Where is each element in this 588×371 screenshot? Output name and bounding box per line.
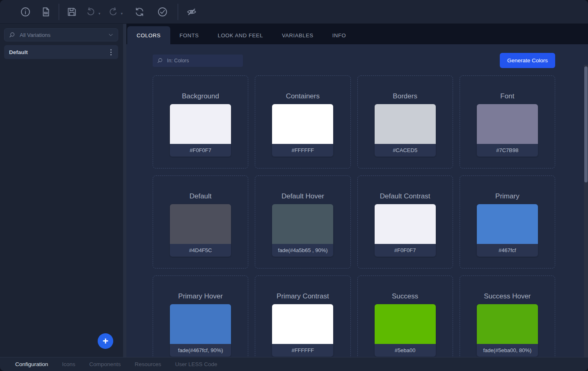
swatch-color-area bbox=[375, 304, 436, 344]
less-file-icon[interactable]: LESS bbox=[39, 5, 53, 19]
color-card-success-hover: Success Hoverfade(#5eba00, 80%) bbox=[460, 275, 555, 357]
color-card-default-contrast: Default Contrast#F0F0F7 bbox=[357, 175, 453, 269]
bottom-nav-bar: ConfigurationIconsComponentsResourcesUse… bbox=[0, 357, 588, 371]
generate-colors-button[interactable]: Generate Colors bbox=[500, 53, 555, 68]
swatch-color-area bbox=[477, 204, 538, 244]
swatch-value-label: #5eba00 bbox=[375, 344, 436, 357]
bottom-tab-configuration[interactable]: Configuration bbox=[15, 361, 48, 367]
swatch-color-area bbox=[477, 104, 538, 144]
variations-sidebar: All Variations Default + bbox=[0, 24, 123, 357]
save-icon[interactable] bbox=[65, 5, 79, 19]
swatch-value-label: #F0F0F7 bbox=[170, 144, 231, 157]
sidebar-scrollbar-gutter bbox=[123, 24, 126, 357]
color-swatch-primary[interactable]: #467fcf bbox=[477, 204, 538, 257]
bottom-tab-user-less-code[interactable]: User LESS Code bbox=[175, 361, 217, 367]
redo-dropdown-icon[interactable]: ▾ bbox=[121, 11, 123, 16]
swatch-color-area bbox=[272, 204, 333, 244]
color-swatch-success-hover[interactable]: fade(#5eba00, 80%) bbox=[477, 304, 538, 357]
variation-label: Default bbox=[9, 49, 28, 55]
color-swatch-default-hover[interactable]: fade(#4a5b65 , 90%) bbox=[272, 204, 333, 257]
color-card-font: Font#7C7B98 bbox=[460, 75, 555, 168]
bottom-tab-icons[interactable]: Icons bbox=[62, 361, 75, 367]
main-area: COLORSFONTSLOOK AND FEELVARIABLESINFO In… bbox=[126, 24, 588, 357]
color-card-default-hover: Default Hoverfade(#4a5b65 , 90%) bbox=[255, 175, 350, 269]
colors-search-placeholder: In: Colors bbox=[167, 58, 189, 64]
color-card-title: Default bbox=[153, 192, 248, 200]
variation-item-default[interactable]: Default bbox=[4, 45, 118, 59]
swatch-color-area bbox=[375, 204, 436, 244]
bottom-tab-resources[interactable]: Resources bbox=[135, 361, 161, 367]
swatch-color-area bbox=[375, 104, 436, 144]
color-swatch-containers[interactable]: #FFFFFF bbox=[272, 104, 333, 157]
tab-bar: COLORSFONTSLOOK AND FEELVARIABLESINFO bbox=[126, 24, 588, 44]
variations-filter-label: All Variations bbox=[20, 32, 108, 38]
swatch-color-area bbox=[170, 304, 231, 344]
color-card-title: Success Hover bbox=[460, 292, 555, 300]
color-swatch-default[interactable]: #4D4F5C bbox=[170, 204, 231, 257]
sync-icon[interactable] bbox=[133, 5, 146, 19]
color-card-title: Borders bbox=[358, 92, 453, 100]
search-icon bbox=[157, 57, 163, 64]
swatch-value-label: #FFFFFF bbox=[272, 344, 333, 357]
color-swatch-success[interactable]: #5eba00 bbox=[375, 304, 436, 357]
color-card-title: Success bbox=[358, 292, 453, 300]
color-card-title: Primary Contrast bbox=[255, 292, 350, 300]
colors-search-input[interactable]: In: Colors bbox=[153, 55, 243, 67]
swatch-value-label: #467fcf bbox=[477, 244, 538, 257]
undo-dropdown-icon[interactable]: ▾ bbox=[98, 11, 101, 16]
theme-editor-window: LESS ▾ ▾ bbox=[0, 0, 588, 371]
color-swatch-default-contrast[interactable]: #F0F0F7 bbox=[375, 204, 436, 257]
swatch-color-area bbox=[170, 104, 231, 144]
swatch-value-label: #F0F0F7 bbox=[375, 244, 436, 257]
swatch-color-area bbox=[272, 104, 333, 144]
color-card-borders: Borders#CACED5 bbox=[357, 75, 453, 168]
undo-icon[interactable] bbox=[84, 5, 98, 19]
colors-grid: Background#F0F0F7Containers#FFFFFFBorder… bbox=[153, 75, 555, 357]
toolbar-divider bbox=[178, 4, 178, 20]
toolbar-divider bbox=[59, 4, 59, 20]
kebab-menu-icon[interactable] bbox=[109, 48, 113, 57]
color-card-primary: Primary#467fcf bbox=[460, 175, 555, 269]
color-card-title: Containers bbox=[255, 92, 350, 100]
swatch-color-area bbox=[170, 204, 231, 244]
swatch-color-area bbox=[477, 304, 538, 344]
color-card-containers: Containers#FFFFFF bbox=[255, 75, 350, 168]
tab-info[interactable]: INFO bbox=[323, 26, 355, 44]
svg-text:LESS: LESS bbox=[44, 12, 48, 14]
variations-filter-dropdown[interactable]: All Variations bbox=[4, 28, 118, 41]
color-swatch-primary-contrast[interactable]: #FFFFFF bbox=[272, 304, 333, 357]
swatch-value-label: #4D4F5C bbox=[170, 244, 231, 257]
colors-panel: In: Colors Generate Colors Background#F0… bbox=[126, 44, 588, 357]
add-variation-button[interactable]: + bbox=[98, 333, 113, 349]
swatch-color-area bbox=[272, 304, 333, 344]
color-card-default: Default#4D4F5C bbox=[153, 175, 248, 269]
redo-icon[interactable] bbox=[106, 5, 120, 19]
color-card-title: Background bbox=[153, 92, 248, 100]
color-card-success: Success#5eba00 bbox=[357, 275, 453, 357]
color-card-title: Default Contrast bbox=[358, 192, 453, 200]
swatch-value-label: #FFFFFF bbox=[272, 144, 333, 157]
panel-scrollbar-thumb[interactable] bbox=[584, 66, 588, 182]
color-card-background: Background#F0F0F7 bbox=[153, 75, 248, 168]
color-swatch-borders[interactable]: #CACED5 bbox=[375, 104, 436, 157]
panel-scrollbar bbox=[584, 65, 588, 357]
color-swatch-primary-hover[interactable]: fade(#467fcf, 90%) bbox=[170, 304, 231, 357]
tab-variables[interactable]: VARIABLES bbox=[272, 26, 323, 44]
color-card-title: Primary Hover bbox=[153, 292, 248, 300]
color-swatch-font[interactable]: #7C7B98 bbox=[477, 104, 538, 157]
preview-off-icon[interactable] bbox=[185, 5, 199, 19]
color-card-primary-hover: Primary Hoverfade(#467fcf, 90%) bbox=[153, 275, 248, 357]
swatch-value-label: #7C7B98 bbox=[477, 144, 538, 157]
info-icon[interactable] bbox=[18, 5, 32, 19]
swatch-value-label: fade(#4a5b65 , 90%) bbox=[272, 244, 333, 257]
color-swatch-background[interactable]: #F0F0F7 bbox=[170, 104, 231, 157]
tab-fonts[interactable]: FONTS bbox=[170, 26, 208, 44]
swatch-value-label: fade(#467fcf, 90%) bbox=[170, 344, 231, 357]
swatch-value-label: #CACED5 bbox=[375, 144, 436, 157]
color-card-title: Default Hover bbox=[255, 192, 350, 200]
check-circle-icon[interactable] bbox=[156, 5, 169, 19]
tab-colors[interactable]: COLORS bbox=[127, 26, 170, 44]
chevron-down-icon bbox=[108, 32, 114, 38]
bottom-tab-components[interactable]: Components bbox=[89, 361, 121, 367]
tab-look-and-feel[interactable]: LOOK AND FEEL bbox=[208, 26, 272, 44]
